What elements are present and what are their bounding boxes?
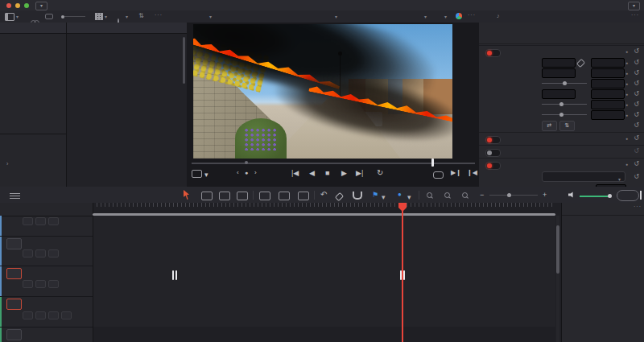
stop-button[interactable]: ■: [325, 169, 329, 177]
jog-knob-icon[interactable]: ●: [245, 169, 248, 177]
chevron-right-icon[interactable]: ›: [6, 161, 8, 167]
window-close-button[interactable]: [6, 3, 11, 8]
pitch-slider-knob[interactable]: [559, 102, 564, 106]
zoom-y-field[interactable]: [591, 58, 625, 68]
zoom-out-icon[interactable]: −: [480, 191, 484, 199]
reset-icon[interactable]: ↺: [634, 147, 639, 155]
window-zoom-button[interactable]: [24, 3, 29, 8]
solo-button[interactable]: [48, 311, 59, 319]
dim-button[interactable]: [617, 190, 639, 201]
meters-handle[interactable]: [640, 191, 642, 200]
yaw-slider[interactable]: [542, 114, 587, 115]
composite-mode-select[interactable]: ▾: [542, 171, 625, 182]
reset-icon[interactable]: ↺: [634, 101, 639, 108]
audio-track-2-lane[interactable]: [93, 327, 555, 342]
composite-toggle[interactable]: [485, 162, 501, 170]
lock-icon[interactable]: [23, 249, 33, 258]
dynamic-trim-icon[interactable]: [219, 192, 230, 200]
grid-view-icon[interactable]: [95, 13, 103, 20]
track-id[interactable]: [6, 299, 22, 310]
auto-select-icon[interactable]: [35, 217, 46, 225]
marker-icon[interactable]: ●: [398, 191, 402, 199]
reset-icon[interactable]: ↺: [634, 134, 639, 142]
window-dropdown[interactable]: ▾: [35, 2, 47, 10]
video-track-1-lane[interactable]: [93, 266, 555, 297]
link-clips-icon[interactable]: [335, 192, 344, 201]
track-enable-icon[interactable]: [48, 249, 59, 258]
timeline-zoom-slider[interactable]: [489, 195, 538, 196]
timeline-vscrollbar[interactable]: [556, 216, 559, 342]
timeline-zoom-knob[interactable]: [507, 193, 511, 197]
keyframe-icon[interactable]: ●: [625, 162, 628, 167]
loop-button[interactable]: ↻: [377, 169, 383, 177]
auto-select-icon[interactable]: [35, 249, 46, 258]
chevron-down-icon[interactable]: ▾: [209, 14, 212, 19]
dynamic-zoom-section-header[interactable]: ↺: [479, 145, 644, 158]
prev-clip-icon[interactable]: ❙◀: [467, 169, 477, 177]
track-id[interactable]: [6, 238, 22, 249]
flag-icon[interactable]: ⚑: [372, 191, 378, 199]
chevron-down-icon[interactable]: ▾: [407, 193, 411, 201]
snapping-icon[interactable]: [353, 192, 362, 200]
dynamic-zoom-toggle[interactable]: [485, 149, 501, 157]
viewer-resize-icon[interactable]: [192, 170, 202, 178]
keyframe-icon[interactable]: ●: [625, 71, 628, 76]
speaker-icon[interactable]: [568, 192, 576, 198]
trim-edit-icon[interactable]: [201, 192, 213, 200]
loop-range-icon[interactable]: [433, 171, 444, 179]
track-header-v1[interactable]: [0, 266, 93, 297]
video-preview[interactable]: [193, 24, 452, 159]
auto-select-icon[interactable]: [35, 311, 46, 319]
link-icon[interactable]: [576, 59, 585, 68]
playhead-line[interactable]: [402, 203, 403, 342]
reset-icon[interactable]: ↺: [634, 90, 639, 97]
keyframe-icon[interactable]: ●: [625, 102, 628, 107]
reset-icon[interactable]: ↺: [634, 173, 639, 180]
thumb-size-slider[interactable]: [64, 16, 85, 17]
cropping-section-header[interactable]: ● ↺: [479, 132, 644, 145]
reset-icon[interactable]: ↺: [634, 111, 639, 118]
curve-tool-icon[interactable]: ↶: [320, 191, 327, 199]
viewer-playhead-handle[interactable]: [431, 159, 434, 167]
clip-audio-icon[interactable]: ♪: [497, 13, 500, 19]
chevron-down-icon[interactable]: ▾: [204, 171, 208, 179]
match-frame-icon[interactable]: ▶❙: [451, 169, 461, 177]
chevron-down-icon[interactable]: ▾: [444, 14, 447, 19]
first-frame-button[interactable]: |◀: [291, 169, 299, 177]
timeline-options-icon[interactable]: [10, 192, 20, 199]
selection-tool-icon[interactable]: [184, 190, 191, 200]
anchor-x-field[interactable]: [542, 89, 576, 99]
track-id[interactable]: [6, 268, 22, 279]
pitch-slider[interactable]: [542, 104, 587, 105]
jog-forward-icon[interactable]: ›: [254, 169, 257, 177]
track-header-v3[interactable]: [0, 216, 93, 237]
rotation-slider-knob[interactable]: [563, 81, 567, 85]
reset-icon[interactable]: ↺: [634, 69, 639, 76]
audio-track-1-lane[interactable]: [93, 296, 555, 328]
lock-icon[interactable]: [23, 280, 33, 288]
transition-mark[interactable]: [175, 270, 177, 280]
replace-clip-icon[interactable]: [298, 192, 309, 200]
anchor-y-field[interactable]: [591, 89, 625, 99]
last-frame-button[interactable]: ▶|: [356, 169, 363, 177]
keyframe-icon[interactable]: ●: [625, 60, 628, 65]
insert-clip-icon[interactable]: [259, 192, 270, 200]
pitch-field[interactable]: [591, 100, 625, 109]
keyframe-icon[interactable]: ●: [625, 92, 628, 97]
media-grid-header[interactable]: [66, 23, 187, 34]
transition-mark[interactable]: [172, 270, 174, 280]
window-minimize-button[interactable]: [15, 3, 20, 8]
sort-icon[interactable]: ⇅: [138, 12, 144, 19]
more-options-icon[interactable]: ···: [468, 12, 476, 18]
volume-slider[interactable]: [580, 196, 610, 197]
chevron-down-icon[interactable]: ▾: [105, 14, 107, 19]
chevron-down-icon[interactable]: ▾: [335, 14, 337, 19]
position-x-field[interactable]: [542, 68, 576, 78]
composite-section-header[interactable]: ● ↺: [479, 158, 644, 171]
more-options-icon[interactable]: ···: [631, 12, 639, 18]
chevron-down-icon[interactable]: ▾: [16, 14, 19, 19]
razor-tool-icon[interactable]: [237, 192, 248, 200]
overwrite-clip-icon[interactable]: [279, 192, 290, 200]
more-options-icon[interactable]: ···: [634, 204, 642, 209]
track-header-v2[interactable]: [0, 236, 93, 266]
